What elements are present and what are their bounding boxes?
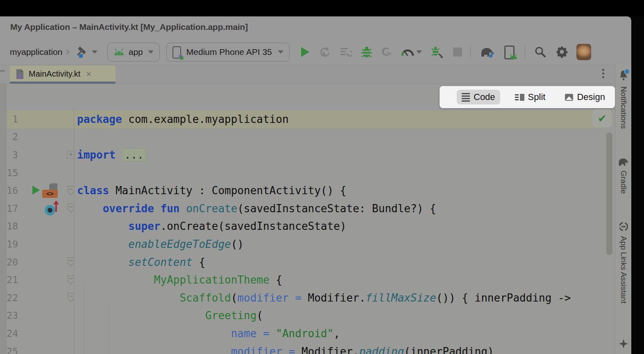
build-hammer-icon [75, 45, 88, 59]
stripe-label: App Links Assistant [619, 236, 628, 304]
code-line[interactable]: 22 Scaffold(modifier = Modifier.fillMaxS… [7, 289, 606, 307]
toolbar-separator [525, 45, 525, 59]
code-line[interactable]: 17 override fun onCreate(savedInstanceSt… [7, 200, 606, 218]
code-line[interactable]: 24 name = "Android", [7, 324, 606, 343]
line-number: 24 [7, 328, 23, 339]
virtual-device-icon [172, 45, 182, 59]
coverage-button[interactable]: C [381, 45, 392, 58]
device-selector[interactable]: Medium Phone API 35 [166, 43, 290, 61]
settings-button[interactable] [556, 45, 568, 58]
line-number: 17 [7, 203, 23, 214]
user-avatar[interactable] [576, 44, 591, 60]
code-rows[interactable]: 1package com.example.myapplication23+imp… [7, 109, 606, 354]
editor-scrollbar[interactable] [606, 132, 612, 255]
mode-button-split[interactable]: Split [510, 90, 551, 104]
apply-code-changes-button[interactable] [340, 46, 352, 58]
gradle-elephant-icon [617, 157, 630, 166]
mode-button-design[interactable]: Design [560, 90, 610, 104]
search-icon [534, 46, 546, 58]
tab-mainactivity[interactable]: MainActivity.kt × [10, 66, 116, 82]
code-text: Scaffold(modifier = Modifier.fillMaxSize… [77, 292, 571, 304]
code-line[interactable]: 25 modifier = Modifier.padding(innerPadd… [7, 343, 606, 354]
left-tool-stripe [0, 84, 7, 354]
indent-guide [109, 302, 110, 354]
profiler-button[interactable] [401, 48, 422, 57]
screen-right-black-bar [631, 16, 644, 354]
code-line[interactable]: 18 super.onCreate(savedInstanceState) [7, 218, 606, 236]
tab-label: MainActivity.kt [29, 69, 80, 79]
android-studio-window: My Application – MainActivity.kt [My_App… [0, 0, 644, 354]
code-line[interactable]: 16<>class MainActivity : ComponentActivi… [7, 182, 606, 200]
apply-changes-button[interactable]: A [318, 46, 331, 58]
search-everywhere-button[interactable] [534, 46, 546, 58]
android-head-icon [113, 48, 125, 56]
stripe-item-gradle[interactable]: Gradle [615, 157, 632, 194]
line-number: 18 [7, 221, 23, 231]
line-number: 25 [7, 346, 23, 354]
line-number: 1 [7, 114, 23, 125]
compose-preview-icon[interactable]: <> [42, 183, 59, 199]
line-number: 19 [7, 239, 23, 250]
kotlin-file-icon [15, 69, 25, 79]
run-config-caret-icon [148, 50, 154, 54]
code-text: super.onCreate(savedInstanceState) [77, 220, 346, 232]
window-title: My Application – MainActivity.kt [My_App… [10, 22, 248, 32]
tab-close-icon[interactable]: × [86, 69, 91, 79]
build-dropdown-caret-icon[interactable] [92, 50, 98, 54]
stop-button[interactable] [453, 48, 462, 57]
stripe-item-notifications[interactable]: Notifications [615, 70, 632, 129]
mode-button-code[interactable]: Code [457, 90, 500, 104]
code-line[interactable]: 20 setContent { [7, 253, 606, 271]
stripe-item-gemini[interactable] [615, 338, 632, 349]
run-config-label: app [129, 47, 143, 57]
device-selector-caret-icon [278, 50, 283, 54]
settings-gear-icon [556, 45, 568, 58]
app-links-icon [618, 221, 629, 232]
tab-options-kebab-icon[interactable] [602, 69, 604, 78]
code-text: Greeting( [77, 309, 263, 322]
code-text: enableEdgeToEdge() [77, 238, 244, 250]
code-line[interactable]: 1package com.example.myapplication [7, 110, 606, 128]
editor-tabbar: MainActivity.kt × [0, 65, 631, 84]
run-line-icon[interactable] [32, 186, 40, 195]
code-mode-icon [462, 93, 470, 102]
build-button[interactable] [75, 45, 88, 59]
design-mode-icon [565, 94, 573, 101]
main-toolbar: › myapplication › [0, 39, 631, 65]
debug-button[interactable] [361, 46, 372, 58]
code-text: setContent { [77, 256, 205, 268]
override-method-icon[interactable] [45, 202, 61, 216]
line-number: 15 [7, 168, 23, 178]
toolbar-separator [470, 45, 471, 59]
code-line[interactable]: 19 enableEdgeToEdge() [7, 235, 606, 253]
stripe-item-app-links-assistant[interactable]: App Links Assistant [615, 221, 632, 304]
stripe-label: Gradle [619, 170, 628, 194]
code-text: name = "Android", [77, 327, 340, 340]
code-line[interactable]: 2 [7, 128, 606, 146]
code-text: class MainActivity : ComponentActivity()… [77, 184, 346, 197]
code-line[interactable]: 3+import ... [7, 146, 606, 164]
notification-badge-dot [624, 68, 630, 75]
gradle-sync-button[interactable] [480, 46, 495, 58]
code-line[interactable]: 21 MyApplicationTheme { [7, 271, 606, 289]
profiler-caret-icon [416, 50, 422, 54]
split-mode-label: Split [528, 92, 546, 102]
inspections-widget[interactable]: ✔ [592, 109, 612, 127]
clipped-stripe-icon [0, 70, 5, 72]
line-number: 16 [7, 185, 23, 196]
run-button[interactable] [301, 47, 309, 57]
code-line[interactable]: 15 [7, 164, 606, 182]
run-config-selector[interactable]: app [107, 43, 160, 61]
breadcrumb-project[interactable]: myapplication [10, 47, 62, 57]
device-manager-button[interactable] [504, 45, 517, 59]
window-titlebar: My Application – MainActivity.kt [My_App… [0, 16, 631, 39]
debug-bug-icon [361, 46, 372, 58]
device-selector-label: Medium Phone API 35 [186, 47, 272, 57]
editor-pane[interactable]: Code Split Design 1package com.example.m… [7, 84, 615, 354]
line-number: 22 [7, 293, 23, 303]
attach-debugger-button[interactable] [431, 46, 444, 58]
line-number: 23 [7, 310, 23, 321]
code-text: modifier = Modifier.padding(innerPadding… [77, 345, 494, 354]
line-number: 2 [7, 132, 23, 142]
code-line[interactable]: 23 Greeting( [7, 307, 606, 325]
